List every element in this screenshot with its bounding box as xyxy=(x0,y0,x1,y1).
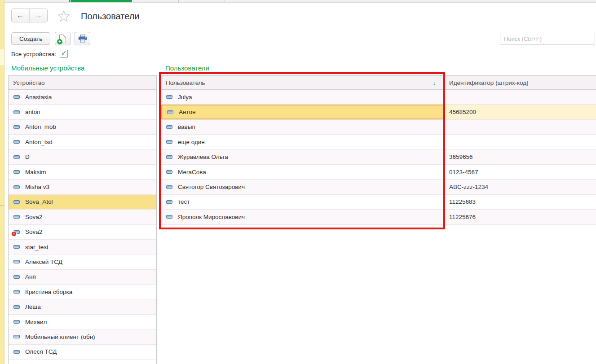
user-name-cell: ✕МегаСова xyxy=(161,165,444,179)
users-table-body: ✕Julya✕Антон45685200✕вавып✕еще один✕Жура… xyxy=(161,90,596,225)
devices-table-body: ✕Anastasia✕anton✕Anton_mob✕Anton_tsd✕D✕M… xyxy=(9,90,156,360)
device-row[interactable]: ✕star_test xyxy=(9,240,156,254)
device-row[interactable]: ✕Maksim xyxy=(9,165,156,180)
item-icon: ✕ xyxy=(13,335,20,338)
device-name: Мобильный клиент (обн) xyxy=(25,333,95,340)
device-row[interactable]: ✕Леша xyxy=(9,299,156,314)
users-section-title: Пользователи xyxy=(165,64,209,72)
item-icon: ✕ xyxy=(13,290,20,294)
user-name-cell: ✕Антон xyxy=(161,105,444,119)
item-icon: ✕ xyxy=(13,275,20,279)
active-tab[interactable] xyxy=(70,0,133,2)
all-devices-checkbox[interactable]: ✓ xyxy=(60,50,68,58)
user-identifier-cell: 11225676 xyxy=(444,210,596,224)
device-name: Леша xyxy=(25,303,41,310)
device-row[interactable]: ✕Мобильный клиент (обн) xyxy=(9,329,156,344)
user-row[interactable]: ✕Julya xyxy=(161,90,596,105)
favorite-star-icon[interactable] xyxy=(57,9,71,23)
device-name: Sova2 xyxy=(25,214,42,220)
user-row[interactable]: ✕МегаСова0123-4567 xyxy=(161,165,596,180)
user-name: МегаСова xyxy=(178,169,206,175)
user-name: вавып xyxy=(178,123,195,130)
page-title: Пользователи xyxy=(81,11,140,22)
device-row[interactable]: ✕Михаил xyxy=(9,315,156,329)
user-column-label: Пользователь xyxy=(166,79,205,86)
device-row[interactable]: ✕Алексей ТСД xyxy=(9,254,156,269)
device-row[interactable]: ✕Олеся ТСД xyxy=(9,345,156,360)
sort-desc-icon: ↓ xyxy=(433,79,440,86)
device-name: Anton_tsd xyxy=(25,139,53,145)
device-row[interactable]: ✕Sova_Atol xyxy=(9,195,156,210)
user-name-cell: ✕еще один xyxy=(161,135,444,149)
user-name-cell: ✕Ярополк Мирославович xyxy=(161,210,444,224)
device-name: Алексей ТСД xyxy=(25,259,62,265)
item-icon: ✕ xyxy=(13,170,20,174)
forward-button[interactable]: → xyxy=(30,9,47,22)
item-icon: ✕ xyxy=(166,200,172,204)
device-row[interactable]: ✕Anton_tsd xyxy=(9,135,156,149)
user-row[interactable]: ✕тест11225683 xyxy=(161,195,596,210)
device-name: Михаил xyxy=(25,319,47,325)
item-icon: ✕ xyxy=(13,155,20,159)
create-button[interactable]: Создать xyxy=(11,32,50,45)
tab-separator xyxy=(178,0,179,2)
item-icon: ✕ xyxy=(166,140,172,144)
device-name: Кристина сборка xyxy=(25,289,72,295)
create-new-item-button[interactable]: + xyxy=(55,32,71,45)
collapsed-side-panel[interactable] xyxy=(0,0,4,364)
print-button[interactable] xyxy=(75,32,90,45)
user-name-cell: ✕вавып xyxy=(161,120,444,134)
item-icon: ✕ xyxy=(13,245,20,249)
user-row[interactable]: ✕еще один xyxy=(161,135,596,149)
user-row[interactable]: ✕Антон45685200 xyxy=(161,105,596,119)
device-row[interactable]: ✕Sova2 xyxy=(9,210,156,224)
user-row[interactable]: ✕Журавлева Ольга3659656 xyxy=(161,150,596,165)
search-input[interactable] xyxy=(500,33,595,45)
device-name: anton xyxy=(25,109,40,115)
device-row[interactable]: ✕Anastasia xyxy=(9,90,156,105)
user-column-header[interactable]: Пользователь ↓ xyxy=(161,79,444,86)
item-icon: ✕ xyxy=(13,185,20,189)
user-identifier-cell: 45685200 xyxy=(444,105,596,119)
device-row[interactable]: ✕Misha v3 xyxy=(9,180,156,194)
document-plus-icon: + xyxy=(59,35,66,43)
checkmark-icon: ✓ xyxy=(61,50,67,57)
device-name: Sova2 xyxy=(25,228,42,235)
user-name-cell: ✕Святогор Святозарович xyxy=(161,180,444,194)
user-name: Святогор Святозарович xyxy=(178,184,245,190)
user-row[interactable]: ✕Святогор СвятозаровичABC-zzz-1234 xyxy=(161,180,596,194)
devices-column-header[interactable]: Устройство xyxy=(9,79,45,86)
active-tab-indicator xyxy=(71,0,132,2)
device-row[interactable]: ✕anton xyxy=(9,105,156,119)
history-nav: ← → xyxy=(11,9,48,22)
device-row[interactable]: ✕D xyxy=(9,150,156,165)
item-icon: ✕ xyxy=(13,95,20,99)
all-devices-label: Все устройства: xyxy=(11,51,56,57)
users-table: Пользователь ↓ Идентификатор (штрих-код)… xyxy=(161,75,596,364)
item-icon: ✕ xyxy=(166,215,172,219)
user-name: еще один xyxy=(178,139,205,145)
user-row[interactable]: ✕вавып xyxy=(161,120,596,135)
side-panel-segment xyxy=(0,49,4,65)
device-name: Аня xyxy=(25,273,36,280)
app-tab-bar xyxy=(4,0,596,3)
printer-icon xyxy=(78,35,87,43)
device-name: Misha v3 xyxy=(25,184,49,190)
back-button[interactable]: ← xyxy=(12,9,30,22)
identifier-column-header[interactable]: Идентификатор (штрих-код) xyxy=(444,79,596,86)
item-icon: ✕ xyxy=(13,320,20,324)
item-icon: ✕ xyxy=(13,260,20,263)
devices-table: Устройство ✕Anastasia✕anton✕Anton_mob✕An… xyxy=(8,75,157,364)
item-icon: ✕ xyxy=(13,200,20,204)
device-row[interactable]: ✕Кристина сборка xyxy=(9,285,156,299)
user-identifier-cell: 0123-4567 xyxy=(444,165,596,179)
side-panel-divider xyxy=(0,205,4,206)
item-icon: ✕ xyxy=(13,125,20,129)
item-icon: ✕ xyxy=(166,170,172,174)
device-row[interactable]: ✕Sova2 xyxy=(9,225,156,240)
item-icon: ✕ xyxy=(13,140,20,144)
device-row[interactable]: ✕Аня xyxy=(9,270,156,285)
device-row[interactable]: ✕Anton_mob xyxy=(9,120,156,135)
user-name: Julya xyxy=(178,94,192,101)
user-row[interactable]: ✕Ярополк Мирославович11225676 xyxy=(161,210,596,224)
